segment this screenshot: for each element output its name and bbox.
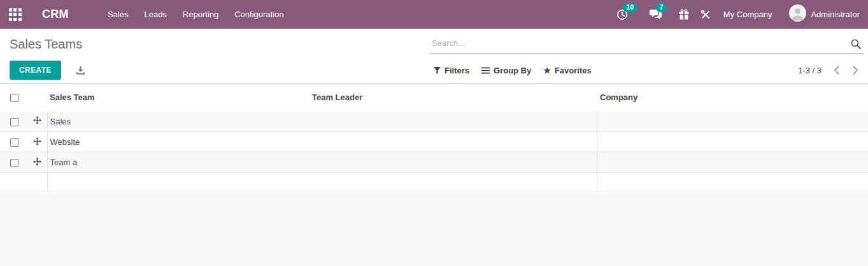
cell-sales-team: Website xyxy=(47,132,307,152)
column-header-company[interactable]: Company xyxy=(597,84,868,112)
filter-funnel-icon xyxy=(434,67,441,74)
activity-count-badge: 10 xyxy=(623,3,637,12)
user-menu[interactable]: Administrator xyxy=(789,4,860,24)
sales-teams-table: Sales Team Team Leader Company Sales xyxy=(0,83,868,191)
cell-team-leader xyxy=(307,152,597,173)
table-header-row: Sales Team Team Leader Company xyxy=(0,84,868,112)
message-count-badge: 7 xyxy=(656,3,667,12)
drag-handle-icon[interactable] xyxy=(33,116,41,124)
favorites-button[interactable]: ★ Favorites xyxy=(543,66,591,75)
row-checkbox[interactable] xyxy=(10,159,18,167)
apps-menu-button[interactable] xyxy=(0,0,30,29)
cell-company xyxy=(597,112,868,132)
cell-sales-team: Team a xyxy=(47,152,307,173)
search-box xyxy=(430,34,864,57)
menu-leads[interactable]: Leads xyxy=(143,7,167,22)
column-header-sales-team[interactable]: Sales Team xyxy=(47,84,307,112)
main-menu: Sales Leads Reporting Configuration xyxy=(106,7,285,22)
cell-company xyxy=(597,152,868,173)
column-header-team-leader[interactable]: Team Leader xyxy=(307,84,597,112)
table-row-team-a[interactable]: Team a xyxy=(0,152,868,173)
pager-previous-button[interactable] xyxy=(832,64,841,76)
menu-reporting[interactable]: Reporting xyxy=(181,7,220,22)
row-checkbox[interactable] xyxy=(10,138,18,147)
activity-menu-button[interactable]: 10 xyxy=(616,9,628,20)
empty-filler-row xyxy=(0,173,868,191)
control-panel-buttons: CREATE Filters Group By ★ Fa xyxy=(0,57,868,83)
user-name: Administrator xyxy=(811,10,860,19)
apps-grid-icon xyxy=(9,8,22,21)
handle-column-header xyxy=(28,84,47,112)
create-button[interactable]: CREATE xyxy=(10,61,61,80)
pager-range: 1-3 / 3 xyxy=(798,66,822,75)
menu-sales[interactable]: Sales xyxy=(106,7,130,22)
table-row-website[interactable]: Website xyxy=(0,132,868,152)
search-options: Filters Group By ★ Favorites xyxy=(434,66,592,75)
search-icon[interactable] xyxy=(851,39,861,52)
download-icon xyxy=(76,66,85,75)
cell-team-leader xyxy=(307,132,597,152)
control-panel-top: Sales Teams xyxy=(0,29,868,57)
menu-configuration[interactable]: Configuration xyxy=(233,7,285,22)
page-title: Sales Teams xyxy=(10,37,82,57)
select-all-checkbox-cell xyxy=(0,84,28,112)
select-all-checkbox[interactable] xyxy=(10,94,18,102)
page-background xyxy=(0,191,868,266)
filters-button[interactable]: Filters xyxy=(434,66,469,75)
messages-menu-button[interactable]: 7 xyxy=(650,9,662,20)
search-input[interactable] xyxy=(430,34,864,54)
group-by-icon xyxy=(481,67,490,74)
navbar-systray: 10 7 xyxy=(616,4,868,24)
group-by-button[interactable]: Group By xyxy=(481,66,531,75)
app-brand[interactable]: CRM xyxy=(42,8,69,21)
crm-sales-teams-page: CRM Sales Leads Reporting Configuration … xyxy=(0,0,868,266)
pager: 1-3 / 3 xyxy=(798,64,860,76)
chevron-right-icon xyxy=(853,66,858,75)
star-icon: ★ xyxy=(543,66,551,75)
cell-sales-team: Sales xyxy=(47,112,307,132)
drag-handle-icon[interactable] xyxy=(33,158,41,166)
company-switcher[interactable]: My Company xyxy=(723,10,772,19)
developer-tools-button[interactable] xyxy=(701,10,711,20)
pager-next-button[interactable] xyxy=(851,64,860,76)
row-checkbox[interactable] xyxy=(10,118,18,126)
export-button[interactable] xyxy=(76,66,85,75)
cell-team-leader xyxy=(307,112,597,132)
drag-handle-icon[interactable] xyxy=(33,137,41,145)
tools-icon xyxy=(701,10,711,20)
cell-company xyxy=(597,132,868,152)
gift-icon xyxy=(679,9,689,20)
chevron-left-icon xyxy=(834,66,839,75)
table-row-sales[interactable]: Sales xyxy=(0,112,868,132)
gift-button[interactable] xyxy=(679,9,689,20)
top-navbar: CRM Sales Leads Reporting Configuration … xyxy=(0,0,868,29)
avatar xyxy=(789,4,806,24)
